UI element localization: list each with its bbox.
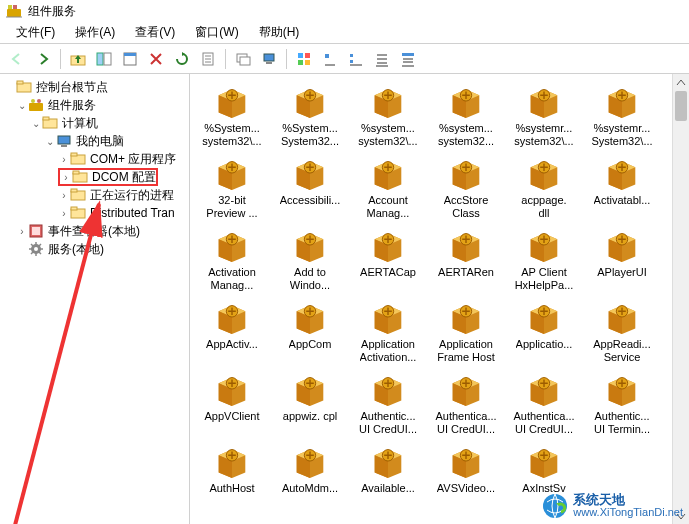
package-icon	[603, 370, 641, 408]
icon-grid: %System...system32\...%System...System32…	[190, 74, 689, 503]
tree-distributed-tx[interactable]: › Distributed Tran	[2, 204, 189, 222]
dcom-item[interactable]: ApplicationFrame Host	[428, 298, 504, 364]
dcom-item[interactable]: AERTACap	[350, 226, 426, 292]
up-button[interactable]	[66, 47, 90, 71]
gear-icon	[28, 241, 44, 257]
properties-button[interactable]	[118, 47, 142, 71]
dcom-item[interactable]: AutoMdm...	[272, 442, 348, 495]
tree-pane[interactable]: 控制台根节点 ⌄ 组件服务 ⌄ 计算机 ⌄ 我的电脑 › COM+ 应用程序 ›…	[0, 74, 190, 524]
dcom-item[interactable]: ActivationManag...	[194, 226, 270, 292]
tree-label: DCOM 配置	[92, 169, 156, 186]
dcom-item[interactable]: %system...system32...	[428, 82, 504, 148]
tree-label: Distributed Tran	[90, 206, 175, 220]
dcom-item[interactable]: Activatabl...	[584, 154, 660, 220]
dcom-item[interactable]: 32-bitPreview ...	[194, 154, 270, 220]
dcom-item[interactable]: appwiz. cpl	[272, 370, 348, 436]
svg-rect-18	[350, 54, 353, 57]
dcom-item[interactable]: ApplicationActivation...	[350, 298, 426, 364]
tree-computers[interactable]: ⌄ 计算机	[2, 114, 189, 132]
dcom-item[interactable]: AccountManag...	[350, 154, 426, 220]
chevron-down-icon[interactable]: ⌄	[44, 136, 56, 147]
dcom-item[interactable]: Available...	[350, 442, 426, 495]
item-label: Applicatio...	[516, 338, 573, 351]
dcom-item[interactable]: AppReadi...Service	[584, 298, 660, 364]
tree-running-processes[interactable]: › 正在运行的进程	[2, 186, 189, 204]
forward-button[interactable]	[31, 47, 55, 71]
dcom-item[interactable]: %System...system32\...	[194, 82, 270, 148]
dcom-item[interactable]: Add toWindo...	[272, 226, 348, 292]
view-status-button[interactable]	[292, 47, 316, 71]
item-label-2: Preview ...	[206, 207, 257, 220]
dcom-item[interactable]: AppCom	[272, 298, 348, 364]
dcom-item[interactable]: acppage.dll	[506, 154, 582, 220]
menu-window[interactable]: 窗口(W)	[185, 22, 248, 43]
chevron-right-icon[interactable]: ›	[58, 208, 70, 219]
view-large-icons-button[interactable]	[318, 47, 342, 71]
package-icon	[603, 226, 641, 264]
dcom-item[interactable]: AERTARen	[428, 226, 504, 292]
dcom-item[interactable]: AxInstSv	[506, 442, 582, 495]
package-icon	[213, 442, 251, 480]
chevron-right-icon[interactable]: ›	[60, 172, 72, 183]
chevron-right-icon[interactable]: ›	[58, 154, 70, 165]
item-label: AERTARen	[438, 266, 494, 279]
dcom-item[interactable]: %System...System32...	[272, 82, 348, 148]
dcom-item[interactable]: Authentica...UI CredUI...	[506, 370, 582, 436]
item-label: Authentica...	[513, 410, 574, 423]
tree-services[interactable]: 服务(本地)	[2, 240, 189, 258]
dcom-item[interactable]: Authentic...UI CredUI...	[350, 370, 426, 436]
item-label: Authentica...	[435, 410, 496, 423]
menu-view[interactable]: 查看(V)	[125, 22, 185, 43]
chevron-down-icon[interactable]: ⌄	[30, 118, 42, 129]
view-small-icons-button[interactable]	[344, 47, 368, 71]
dcom-item[interactable]: AuthHost	[194, 442, 270, 495]
view-details-button[interactable]	[396, 47, 420, 71]
tree-event-viewer[interactable]: › 事件查看器(本地)	[2, 222, 189, 240]
tree-component-services[interactable]: ⌄ 组件服务	[2, 96, 189, 114]
dcom-item[interactable]: Accessibili...	[272, 154, 348, 220]
dcom-item[interactable]: %system...system32\...	[350, 82, 426, 148]
menu-action[interactable]: 操作(A)	[65, 22, 125, 43]
item-label-2: Manag...	[367, 207, 410, 220]
menu-file[interactable]: 文件(F)	[6, 22, 65, 43]
package-icon	[603, 298, 641, 336]
content-pane[interactable]: %System...system32\...%System...System32…	[190, 74, 689, 524]
dcom-item[interactable]: Applicatio...	[506, 298, 582, 364]
item-label-2: HxHelpPa...	[515, 279, 574, 292]
menu-help[interactable]: 帮助(H)	[249, 22, 310, 43]
package-icon	[291, 442, 329, 480]
tree-com-plus[interactable]: › COM+ 应用程序	[2, 150, 189, 168]
item-label-2: Service	[604, 351, 641, 364]
scroll-up-button[interactable]	[673, 74, 689, 91]
dcom-item[interactable]: Authentic...UI Termin...	[584, 370, 660, 436]
tree-my-computer[interactable]: ⌄ 我的电脑	[2, 132, 189, 150]
view-list-button[interactable]	[370, 47, 394, 71]
dcom-item[interactable]: AP ClientHxHelpPa...	[506, 226, 582, 292]
refresh-button[interactable]	[170, 47, 194, 71]
tree-root[interactable]: 控制台根节点	[2, 78, 189, 96]
chevron-right-icon[interactable]: ›	[16, 226, 28, 237]
dcom-item[interactable]: AppVClient	[194, 370, 270, 436]
scroll-thumb[interactable]	[675, 91, 687, 121]
export-button[interactable]	[196, 47, 220, 71]
new-window-button[interactable]	[231, 47, 255, 71]
show-tree-button[interactable]	[92, 47, 116, 71]
dcom-item[interactable]: Authentica...UI CredUI...	[428, 370, 504, 436]
svg-rect-33	[73, 171, 79, 174]
tree-dcom-config[interactable]: › DCOM 配置	[2, 168, 189, 186]
scroll-track[interactable]	[673, 91, 689, 507]
delete-button[interactable]	[144, 47, 168, 71]
tree-label: 计算机	[62, 115, 98, 132]
menu-bar: 文件(F) 操作(A) 查看(V) 窗口(W) 帮助(H)	[0, 22, 689, 44]
dcom-item[interactable]: AccStoreClass	[428, 154, 504, 220]
computer-button[interactable]	[257, 47, 281, 71]
dcom-item[interactable]: %systemr...system32\...	[506, 82, 582, 148]
dcom-item[interactable]: AVSVideo...	[428, 442, 504, 495]
dcom-item[interactable]: APlayerUI	[584, 226, 660, 292]
dcom-item[interactable]: %systemr...System32\...	[584, 82, 660, 148]
dcom-item[interactable]: AppActiv...	[194, 298, 270, 364]
chevron-right-icon[interactable]: ›	[58, 190, 70, 201]
package-icon	[213, 82, 251, 120]
chevron-down-icon[interactable]: ⌄	[16, 100, 28, 111]
vertical-scrollbar[interactable]	[672, 74, 689, 524]
